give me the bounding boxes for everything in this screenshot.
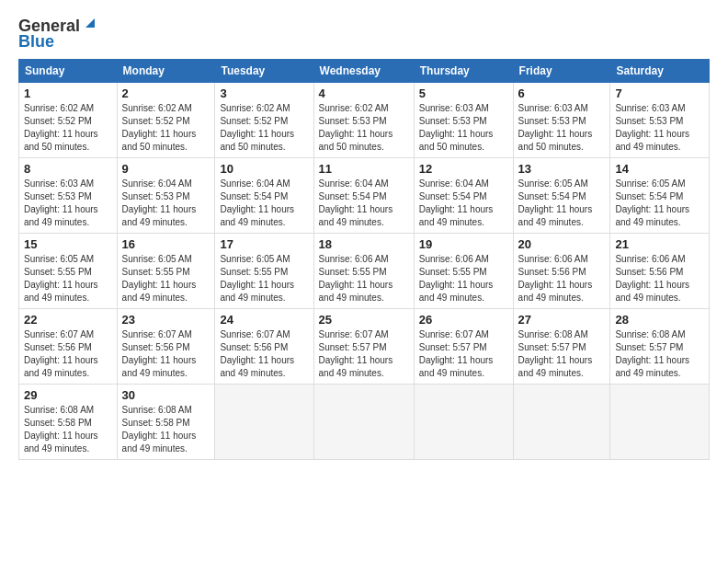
day-number: 2 — [122, 86, 210, 100]
day-info: Sunrise: 6:06 AMSunset: 5:55 PMDaylight:… — [419, 253, 508, 304]
sunset-text: Sunset: 5:53 PM — [419, 116, 487, 126]
day-info: Sunrise: 6:05 AMSunset: 5:55 PMDaylight:… — [220, 253, 308, 304]
day-cell-24: 24Sunrise: 6:07 AMSunset: 5:56 PMDayligh… — [215, 309, 313, 385]
day-info: Sunrise: 6:07 AMSunset: 5:56 PMDaylight:… — [24, 328, 112, 380]
daylight-text: Daylight: 11 hours and 50 minutes. — [24, 129, 98, 152]
week-row-1: 1Sunrise: 6:02 AMSunset: 5:52 PMDaylight… — [19, 83, 710, 158]
column-header-wednesday: Wednesday — [313, 60, 414, 83]
sunrise-text: Sunrise: 6:03 AM — [419, 103, 489, 113]
day-cell-14: 14Sunrise: 6:05 AMSunset: 5:54 PMDayligh… — [610, 158, 710, 234]
sunset-text: Sunset: 5:53 PM — [319, 116, 387, 126]
daylight-text: Daylight: 11 hours and 49 minutes. — [419, 204, 494, 227]
sunrise-text: Sunrise: 6:06 AM — [419, 254, 489, 264]
week-row-4: 22Sunrise: 6:07 AMSunset: 5:56 PMDayligh… — [19, 309, 710, 385]
day-number: 20 — [518, 237, 606, 251]
day-info: Sunrise: 6:02 AMSunset: 5:52 PMDaylight:… — [220, 102, 308, 154]
sunset-text: Sunset: 5:53 PM — [518, 116, 586, 126]
sunrise-text: Sunrise: 6:03 AM — [615, 103, 685, 113]
day-info: Sunrise: 6:02 AMSunset: 5:52 PMDaylight:… — [122, 102, 210, 154]
sunrise-text: Sunrise: 6:07 AM — [319, 329, 389, 339]
sunset-text: Sunset: 5:53 PM — [24, 191, 92, 201]
sunrise-text: Sunrise: 6:04 AM — [220, 178, 290, 189]
day-info: Sunrise: 6:03 AMSunset: 5:53 PMDaylight:… — [419, 102, 508, 154]
day-cell-25: 25Sunrise: 6:07 AMSunset: 5:57 PMDayligh… — [313, 309, 414, 385]
day-info: Sunrise: 6:04 AMSunset: 5:54 PMDaylight:… — [220, 178, 308, 229]
day-info: Sunrise: 6:06 AMSunset: 5:55 PMDaylight:… — [319, 253, 409, 304]
day-info: Sunrise: 6:06 AMSunset: 5:56 PMDaylight:… — [518, 253, 606, 304]
day-number: 21 — [615, 237, 704, 251]
header: General Blue — [18, 15, 710, 52]
sunrise-text: Sunrise: 6:07 AM — [24, 329, 94, 339]
day-info: Sunrise: 6:08 AMSunset: 5:57 PMDaylight:… — [615, 328, 704, 380]
daylight-text: Daylight: 11 hours and 50 minutes. — [220, 129, 294, 152]
daylight-text: Daylight: 11 hours and 50 minutes. — [319, 129, 393, 152]
day-number: 30 — [122, 388, 210, 402]
logo-triangle-icon — [82, 15, 98, 31]
daylight-text: Daylight: 11 hours and 49 minutes. — [122, 204, 197, 227]
sunset-text: Sunset: 5:54 PM — [615, 191, 683, 201]
sunrise-text: Sunrise: 6:02 AM — [319, 103, 389, 113]
day-cell-9: 9Sunrise: 6:04 AMSunset: 5:53 PMDaylight… — [117, 158, 215, 234]
sunset-text: Sunset: 5:54 PM — [419, 191, 487, 201]
svg-marker-0 — [85, 18, 95, 28]
day-number: 13 — [518, 162, 606, 176]
day-cell-15: 15Sunrise: 6:05 AMSunset: 5:55 PMDayligh… — [19, 234, 118, 309]
sunset-text: Sunset: 5:53 PM — [615, 116, 683, 126]
sunset-text: Sunset: 5:57 PM — [518, 342, 586, 352]
sunrise-text: Sunrise: 6:08 AM — [518, 329, 588, 339]
sunset-text: Sunset: 5:54 PM — [220, 191, 288, 201]
day-number: 1 — [24, 86, 112, 100]
day-info: Sunrise: 6:05 AMSunset: 5:55 PMDaylight:… — [122, 253, 210, 304]
day-number: 11 — [319, 162, 409, 176]
day-number: 7 — [615, 86, 704, 100]
day-cell-2: 2Sunrise: 6:02 AMSunset: 5:52 PMDaylight… — [117, 83, 215, 158]
day-info: Sunrise: 6:05 AMSunset: 5:54 PMDaylight:… — [615, 178, 704, 229]
empty-cell — [313, 385, 414, 460]
day-cell-1: 1Sunrise: 6:02 AMSunset: 5:52 PMDaylight… — [19, 83, 118, 158]
day-cell-11: 11Sunrise: 6:04 AMSunset: 5:54 PMDayligh… — [313, 158, 414, 234]
day-cell-19: 19Sunrise: 6:06 AMSunset: 5:55 PMDayligh… — [414, 234, 513, 309]
empty-cell — [610, 385, 710, 460]
day-cell-4: 4Sunrise: 6:02 AMSunset: 5:53 PMDaylight… — [313, 83, 414, 158]
daylight-text: Daylight: 11 hours and 49 minutes. — [419, 355, 494, 378]
day-info: Sunrise: 6:03 AMSunset: 5:53 PMDaylight:… — [24, 178, 112, 229]
column-header-thursday: Thursday — [414, 60, 513, 83]
day-cell-10: 10Sunrise: 6:04 AMSunset: 5:54 PMDayligh… — [215, 158, 313, 234]
daylight-text: Daylight: 11 hours and 49 minutes. — [615, 204, 689, 227]
sunrise-text: Sunrise: 6:02 AM — [122, 103, 192, 113]
daylight-text: Daylight: 11 hours and 49 minutes. — [319, 355, 393, 378]
day-info: Sunrise: 6:05 AMSunset: 5:54 PMDaylight:… — [518, 178, 606, 229]
empty-cell — [513, 385, 610, 460]
day-number: 17 — [220, 237, 308, 251]
daylight-text: Daylight: 11 hours and 49 minutes. — [220, 280, 294, 303]
sunrise-text: Sunrise: 6:04 AM — [319, 178, 389, 189]
sunrise-text: Sunrise: 6:06 AM — [615, 254, 685, 264]
day-cell-23: 23Sunrise: 6:07 AMSunset: 5:56 PMDayligh… — [117, 309, 215, 385]
daylight-text: Daylight: 11 hours and 49 minutes. — [518, 355, 593, 378]
sunrise-text: Sunrise: 6:07 AM — [419, 329, 489, 339]
sunrise-text: Sunrise: 6:02 AM — [220, 103, 290, 113]
day-cell-29: 29Sunrise: 6:08 AMSunset: 5:58 PMDayligh… — [19, 385, 118, 460]
day-number: 9 — [122, 162, 210, 176]
day-cell-7: 7Sunrise: 6:03 AMSunset: 5:53 PMDaylight… — [610, 83, 710, 158]
day-info: Sunrise: 6:04 AMSunset: 5:53 PMDaylight:… — [122, 178, 210, 229]
logo: General Blue — [18, 15, 98, 52]
daylight-text: Daylight: 11 hours and 49 minutes. — [419, 280, 494, 303]
sunset-text: Sunset: 5:52 PM — [122, 116, 190, 126]
daylight-text: Daylight: 11 hours and 49 minutes. — [615, 129, 689, 152]
sunset-text: Sunset: 5:52 PM — [24, 116, 92, 126]
day-info: Sunrise: 6:07 AMSunset: 5:56 PMDaylight:… — [220, 328, 308, 380]
column-header-sunday: Sunday — [19, 60, 118, 83]
day-info: Sunrise: 6:08 AMSunset: 5:58 PMDaylight:… — [122, 404, 210, 455]
sunset-text: Sunset: 5:55 PM — [419, 267, 487, 277]
sunset-text: Sunset: 5:54 PM — [518, 191, 586, 201]
sunrise-text: Sunrise: 6:04 AM — [419, 178, 489, 189]
day-info: Sunrise: 6:02 AMSunset: 5:53 PMDaylight:… — [319, 102, 409, 154]
daylight-text: Daylight: 11 hours and 49 minutes. — [122, 431, 197, 454]
sunrise-text: Sunrise: 6:07 AM — [122, 329, 192, 339]
day-info: Sunrise: 6:04 AMSunset: 5:54 PMDaylight:… — [419, 178, 508, 229]
daylight-text: Daylight: 11 hours and 49 minutes. — [615, 280, 689, 303]
day-number: 22 — [24, 313, 112, 327]
sunset-text: Sunset: 5:55 PM — [220, 267, 288, 277]
daylight-text: Daylight: 11 hours and 50 minutes. — [122, 129, 197, 152]
